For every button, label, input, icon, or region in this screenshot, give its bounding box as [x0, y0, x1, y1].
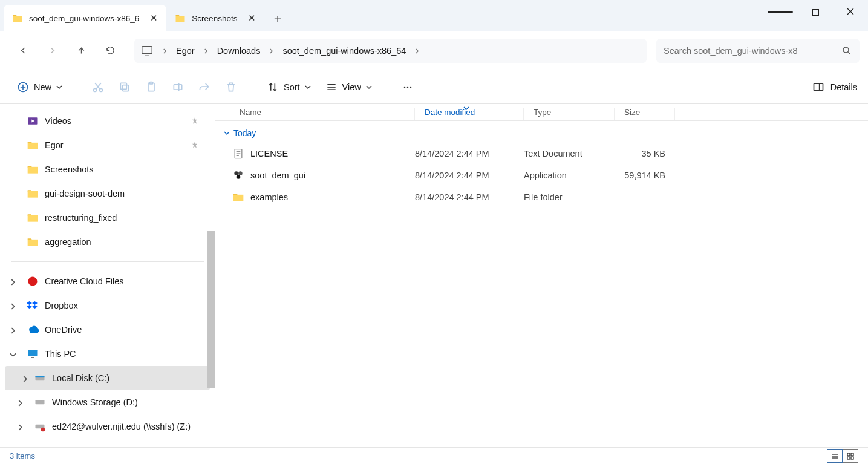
sidebar-item-label: Videos	[45, 116, 71, 126]
search-input[interactable]: Search soot_dem_gui-windows-x8	[656, 39, 860, 63]
svg-rect-34	[36, 400, 45, 405]
scrollbar[interactable]	[207, 231, 215, 388]
file-row-examples[interactable]: examples 8/14/2024 2:44 PM File folder	[215, 186, 868, 208]
details-label: Details	[830, 82, 857, 92]
sidebar-item-label: Creative Cloud Files	[45, 276, 124, 286]
folder-icon	[27, 163, 39, 175]
refresh-button[interactable]	[96, 36, 125, 65]
chevron-right-icon[interactable]	[10, 326, 17, 333]
file-name: soot_dem_gui	[250, 171, 305, 180]
breadcrumb-segment[interactable]: Downloads	[217, 46, 261, 56]
more-button[interactable]	[396, 76, 420, 99]
paste-button[interactable]	[139, 76, 163, 99]
pin-icon	[191, 141, 199, 149]
folder-icon	[27, 188, 39, 200]
chevron-right-icon[interactable]	[17, 423, 24, 430]
chevron-right-icon[interactable]	[10, 302, 17, 309]
copy-button[interactable]	[113, 76, 137, 99]
new-tab-button[interactable]: ＋	[264, 5, 291, 31]
sidebar-item-gui-design[interactable]: gui-design-soot-dem	[0, 181, 215, 206]
breadcrumb-segment[interactable]: soot_dem_gui-windows-x86_64	[282, 46, 406, 56]
view-button[interactable]: View	[319, 76, 378, 99]
cut-button[interactable]	[86, 76, 110, 99]
sidebar-item-egor[interactable]: Egor	[0, 133, 215, 157]
sidebar-item-this-pc[interactable]: This PC	[0, 342, 215, 366]
sidebar-item-restructuring[interactable]: restructuring_fixed	[0, 206, 215, 230]
details-view-button[interactable]	[827, 449, 843, 463]
chevron-down-icon[interactable]	[10, 350, 17, 358]
tab-inactive[interactable]: Screenshots ✕	[166, 5, 264, 31]
breadcrumb[interactable]: Egor Downloads soot_dem_gui-windows-x86_…	[134, 39, 647, 63]
forward-button[interactable]	[38, 36, 67, 65]
new-label: New	[34, 82, 51, 92]
back-button[interactable]	[8, 36, 38, 65]
close-icon[interactable]: ✕	[150, 13, 158, 24]
search-icon	[841, 45, 852, 56]
paste-icon	[145, 81, 157, 93]
sidebar-item-videos[interactable]: Videos	[0, 109, 215, 133]
minimize-button[interactable]	[763, 0, 798, 24]
chevron-right-icon[interactable]	[22, 374, 29, 382]
app-icon	[232, 169, 244, 181]
svg-rect-50	[851, 457, 853, 459]
file-row-license[interactable]: LICENSE 8/14/2024 2:44 PM Text Document …	[215, 143, 868, 165]
rename-button[interactable]	[166, 76, 190, 99]
svg-point-42	[238, 171, 243, 175]
share-button[interactable]	[192, 76, 217, 99]
tab-active[interactable]: soot_dem_gui-windows-x86_6 ✕	[4, 5, 166, 31]
svg-line-13	[95, 83, 100, 89]
file-row-soot-dem-gui[interactable]: soot_dem_gui 8/14/2024 2:44 PM Applicati…	[215, 165, 868, 186]
svg-point-41	[234, 171, 238, 175]
status-bar: 3 items	[0, 447, 868, 464]
file-date: 8/14/2024 2:44 PM	[415, 171, 524, 180]
column-size[interactable]: Size	[615, 108, 675, 120]
details-pane-icon	[812, 81, 824, 93]
chevron-down-icon	[305, 82, 311, 92]
column-name-label: Name	[240, 108, 261, 117]
chevron-right-icon[interactable]	[10, 278, 17, 285]
file-type: Application	[524, 171, 615, 180]
chevron-right-icon	[157, 45, 172, 56]
thumbnails-view-button[interactable]	[843, 449, 858, 463]
sidebar-item-creative-cloud[interactable]: Creative Cloud Files	[0, 269, 215, 293]
file-size: 35 KB	[615, 149, 675, 158]
breadcrumb-segment[interactable]: Egor	[176, 46, 195, 56]
column-name[interactable]: Name	[215, 108, 415, 120]
svg-point-5	[843, 47, 849, 53]
sidebar-item-aggregation[interactable]: aggregation	[0, 230, 215, 254]
file-name: examples	[250, 192, 288, 202]
column-type[interactable]: Type	[524, 108, 615, 120]
network-disk-icon	[34, 420, 46, 433]
chevron-right-icon	[264, 45, 279, 56]
sidebar-item-windows-storage[interactable]: Windows Storage (D:)	[0, 390, 215, 414]
sidebar-item-screenshots[interactable]: Screenshots	[0, 157, 215, 181]
sort-button[interactable]: Sort	[261, 76, 317, 99]
chevron-right-icon	[410, 45, 425, 56]
folder-icon	[27, 139, 39, 151]
sidebar-item-label: Dropbox	[45, 301, 78, 310]
svg-rect-31	[31, 357, 34, 358]
main-area: Videos Egor Screenshots gui-design-soot-…	[0, 104, 868, 447]
file-type: Text Document	[524, 149, 615, 158]
chevron-right-icon[interactable]	[17, 399, 24, 406]
up-button[interactable]	[67, 36, 96, 65]
restore-button[interactable]	[798, 0, 833, 24]
group-header[interactable]: Today	[215, 123, 868, 143]
sidebar-item-local-disk-c[interactable]: Local Disk (C:)	[5, 366, 210, 390]
sidebar-item-onedrive[interactable]: OneDrive	[0, 318, 215, 342]
file-name: LICENSE	[250, 149, 288, 158]
delete-button[interactable]	[219, 76, 243, 99]
sidebar-item-label: Local Disk (C:)	[52, 373, 109, 383]
sidebar-item-network-drive[interactable]: ed242@wulver.njit.edu (\\sshfs) (Z:)	[0, 414, 215, 439]
new-button[interactable]: New	[11, 76, 68, 99]
pin-icon	[191, 117, 199, 125]
sidebar-item-label: Windows Storage (D:)	[52, 397, 138, 407]
disk-icon	[34, 372, 46, 384]
close-icon[interactable]: ✕	[248, 13, 256, 24]
details-pane-button[interactable]: Details	[812, 81, 857, 93]
column-date[interactable]: Date modified	[415, 108, 524, 120]
close-button[interactable]	[833, 0, 868, 24]
this-pc-icon	[140, 44, 154, 57]
plus-circle-icon	[17, 81, 29, 93]
sidebar-item-dropbox[interactable]: Dropbox	[0, 293, 215, 318]
